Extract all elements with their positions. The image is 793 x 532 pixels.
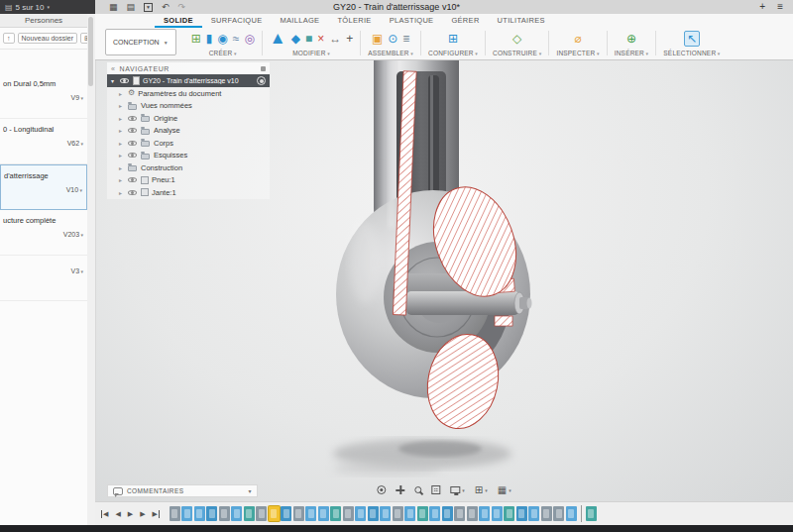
visibility-eye-icon[interactable] — [128, 139, 138, 148]
panel-options-icon[interactable] — [261, 66, 266, 71]
tab-maillage[interactable]: MAILLAGE — [272, 14, 329, 28]
timeline-go-to-end-button[interactable]: ▶ — [153, 510, 160, 518]
tree-root-row[interactable]: ▾ GY20 - Train d'atterrissage v10 — [107, 74, 270, 87]
tab-plastique[interactable]: PLASTIQUE — [381, 14, 443, 28]
joint-icon[interactable]: ⊙ — [388, 33, 397, 45]
expand-arrow-icon[interactable]: ▸ — [119, 115, 125, 122]
grid-settings-icon[interactable]: ⊞▾ — [475, 485, 488, 495]
timeline-end-marker[interactable] — [586, 506, 597, 521]
configure-icon[interactable]: ⊞ — [448, 33, 458, 45]
tree-item-pneu1[interactable]: ▸Pneu:1 — [107, 174, 270, 187]
activate-component-icon[interactable] — [257, 76, 266, 85]
expand-arrow-icon[interactable]: ▸ — [119, 189, 125, 196]
timeline-feature-shell-6[interactable] — [244, 506, 255, 521]
group-label-modifier[interactable]: MODIFIER — [292, 50, 330, 58]
timeline-go-to-start-button[interactable]: ◀ — [101, 510, 108, 518]
timeline-feature-fillet-3[interactable] — [206, 506, 217, 521]
group-label-selectionner[interactable]: SÉLECTIONNER — [663, 50, 720, 58]
tab-surfacique[interactable]: SURFACIQUE — [202, 14, 272, 28]
expand-arrow-icon[interactable]: ▸ — [119, 164, 125, 171]
visibility-eye-icon[interactable] — [128, 188, 138, 197]
data-panel-item-1[interactable]: 0 - LongitudinalV62 — [0, 119, 87, 164]
scrollbar-thumb[interactable] — [88, 17, 93, 86]
combine-icon[interactable]: × — [317, 33, 324, 45]
display-settings-icon[interactable]: ▾ — [450, 486, 465, 493]
timeline-feature-joint-31[interactable] — [553, 506, 564, 521]
rigid-group-icon[interactable]: ≡ — [402, 33, 409, 45]
timeline-play-button[interactable]: ▶ — [128, 510, 133, 518]
timeline-feature-pattern-20[interactable] — [417, 506, 428, 521]
data-panel-pager[interactable]: ▤ 5 sur 10 ▾ — [0, 0, 95, 14]
timeline-feature-sketch-7[interactable] — [256, 506, 267, 521]
create-sketch-icon[interactable]: ⊞ — [191, 33, 201, 45]
upload-icon[interactable]: ↑ — [3, 33, 15, 45]
timeline-feature-mirror-27[interactable] — [504, 506, 514, 521]
collapse-panel-icon[interactable]: « — [111, 65, 116, 72]
version-dropdown[interactable]: V203 — [3, 231, 83, 238]
tree-item-jante1[interactable]: ▸Jante:1 — [107, 186, 270, 199]
group-label-creer[interactable]: CRÉER — [209, 50, 237, 58]
timeline-feature-joint-23[interactable] — [454, 506, 465, 521]
visibility-eye-icon[interactable] — [120, 76, 130, 85]
new-tab-icon[interactable]: + — [759, 2, 765, 12]
visibility-eye-icon[interactable] — [128, 151, 138, 160]
group-label-construire[interactable]: CONSTRUIRE — [493, 50, 541, 58]
revolve-icon[interactable]: ◉ — [217, 33, 227, 45]
fit-view-icon[interactable] — [431, 485, 440, 494]
visibility-eye-icon[interactable] — [128, 175, 138, 184]
data-panel-item-2[interactable]: d'atterrissageV10 — [0, 164, 87, 210]
timeline-feature-joint-10[interactable] — [293, 506, 304, 521]
comments-panel-header[interactable]: COMMENTAIRES ▾ — [107, 484, 258, 497]
timeline-feature-extrude-25[interactable] — [479, 506, 490, 521]
timeline-feature-extrude-1[interactable] — [181, 506, 192, 521]
expand-arrow-icon[interactable]: ▸ — [119, 102, 125, 109]
timeline-feature-mirror-13[interactable] — [330, 506, 341, 521]
data-panel-toggle-icon[interactable]: ▦ — [109, 3, 118, 12]
workspace-selector[interactable]: CONCEPTION ▼ — [105, 29, 176, 55]
timeline-feature-extrude-19[interactable] — [404, 506, 415, 521]
measure-icon[interactable]: ⌀ — [574, 33, 581, 45]
timeline-feature-fillet-16[interactable] — [368, 506, 379, 521]
viewports-icon[interactable]: ▦▾ — [498, 485, 511, 495]
torus-icon[interactable]: ◎ — [244, 33, 254, 45]
timeline-step-forward-button[interactable]: ▶ — [140, 510, 145, 518]
pan-icon[interactable] — [396, 485, 404, 494]
timeline-feature-extrude-2[interactable] — [194, 506, 205, 521]
tree-item-esquisses[interactable]: ▸Esquisses — [107, 150, 270, 162]
data-panel-item-3[interactable]: ucture complèteV203 — [0, 210, 87, 256]
timeline-feature-sketch-24[interactable] — [467, 506, 478, 521]
zoom-icon[interactable] — [414, 486, 421, 493]
tab-gerer[interactable]: GÉRER — [442, 14, 488, 28]
timeline-feature-extrude-8[interactable] — [269, 506, 280, 521]
move-icon[interactable]: + — [346, 33, 353, 45]
expand-arrow-icon[interactable]: ▸ — [119, 176, 125, 183]
expand-arrow-icon[interactable]: ▸ — [119, 127, 125, 134]
version-dropdown[interactable]: V9 — [3, 94, 83, 101]
timeline-feature-extrude-32[interactable] — [566, 506, 577, 521]
press-pull-icon[interactable]: ▲ — [270, 30, 286, 47]
version-dropdown[interactable]: V62 — [3, 140, 83, 147]
data-panel-item-4[interactable]: V3 — [0, 256, 87, 301]
expand-arrow-icon[interactable]: ▸ — [119, 152, 125, 159]
timeline-feature-fillet-9[interactable] — [281, 506, 291, 521]
select-icon[interactable]: ↖ — [684, 31, 700, 47]
timeline-feature-sketch-14[interactable] — [343, 506, 354, 521]
new-folder-button[interactable]: Nouveau dossier — [18, 33, 78, 45]
tree-item-construction[interactable]: ▸Construction — [107, 161, 270, 174]
timeline-feature-extrude-11[interactable] — [305, 506, 316, 521]
tree-item-parametresdudocument[interactable]: ▸⚙Paramètres du document — [107, 87, 270, 100]
new-component-icon[interactable]: ▣ — [372, 33, 383, 45]
timeline-feature-sketch-4[interactable] — [219, 506, 230, 521]
group-label-inspecter[interactable]: INSPECTER — [556, 50, 599, 58]
file-menu-icon[interactable]: ▤ — [127, 3, 136, 12]
data-panel-tab-personnes[interactable]: Personnes — [0, 14, 87, 28]
timeline-feature-extrude-15[interactable] — [355, 506, 366, 521]
menu-icon[interactable]: ≡ — [777, 2, 783, 12]
data-panel-scrollbar[interactable] — [87, 14, 96, 525]
tree-item-corps[interactable]: ▸Corps — [107, 137, 270, 150]
tree-item-vuesnommees[interactable]: ▸Vues nommées — [107, 100, 270, 113]
expand-arrow-icon[interactable]: ▸ — [119, 140, 125, 147]
timeline-feature-hole-17[interactable] — [380, 506, 391, 521]
document-tab-title[interactable]: GY20 - Train d'atterrissage v10* — [333, 2, 460, 12]
tab-tolerie[interactable]: TÔLERIE — [328, 14, 380, 28]
